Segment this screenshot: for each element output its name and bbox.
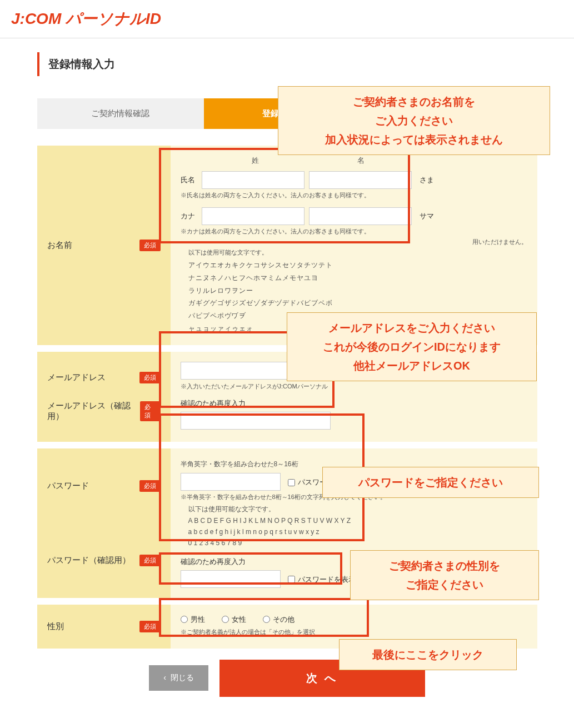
page-title: 登録情報入力 [37,52,537,76]
input-mei[interactable] [309,171,412,189]
pw-chars-2: a b c d e f g h i j k l m n o p q r s t … [188,526,527,537]
note-email: ※入力いただいたメールアドレスがJ:COMパーソナル [181,383,328,390]
callout-next: 最後にここをクリック [339,639,517,670]
col-header-mei: 名 [308,156,414,166]
radio-other-input[interactable] [263,616,270,623]
required-badge: 必須 [139,240,161,251]
show-password-confirm-label: パスワードを表示 [298,575,356,585]
header-title: J:COM パーソナルID [11,8,563,29]
radio-male-input[interactable] [181,616,188,623]
label-email-confirm: メールアドレス（確認用） [47,401,141,422]
input-password[interactable] [181,473,281,491]
header: J:COM パーソナルID [0,0,574,38]
allowed-chars-label: 以下は使用可能な文字です。 [188,248,527,257]
required-badge: 必須 [139,555,161,566]
callout-password: パスワードをご指定ください [322,467,539,498]
input-kana-mei[interactable] [309,207,412,225]
label-password: パスワード [47,481,89,491]
col-header-sei: 姓 [203,156,308,166]
callout-name: ご契約者さまのお名前を ご入力ください 加入状況によっては表示されません [278,86,550,155]
note-gender: ※ご契約者名義が法人の場合は「その他」を選択 [181,628,527,636]
suffix-sama-kana: サマ [420,211,434,221]
required-badge: 必須 [139,480,161,492]
show-password-checkbox[interactable] [288,479,295,486]
trail-text: 用いただけません。 [181,238,527,246]
radio-female-input[interactable] [222,616,229,623]
show-password-confirm-toggle[interactable]: パスワードを表示 [288,575,356,585]
pw-allowed-label: 以下は使用可能な文字です。 [188,503,527,515]
radio-male[interactable]: 男性 [181,615,205,625]
prefix-shimei: 氏名 [181,175,197,185]
chars-line-1: アイウエオカキクケコサシスセソタチツテト [188,259,527,272]
callout-email: メールアドレスをご入力ください これが今後のログインIDになります 他社メールア… [287,312,537,381]
note-name: ※氏名は姓名の両方をご入力ください。法人のお客さまも同様です。 [181,191,527,200]
prefix-kana: カナ [181,211,197,221]
required-badge: 必須 [139,372,161,383]
input-kana-sei[interactable] [202,207,305,225]
label-gender: 性別 [47,621,64,632]
close-button[interactable]: ‹ 閉じる [149,665,208,691]
callout-gender: ご契約者さまの性別を ご指定ください [350,550,539,600]
label-name: お名前 [47,240,72,251]
chars-line-3: ラリルレロワヲンー [188,285,527,297]
input-sei[interactable] [202,171,305,189]
radio-female[interactable]: 女性 [222,615,246,625]
chars-line-4: ガギグゲゴザジズゼゾダヂヅデドバビブベボ [188,297,527,310]
pw-chars-1: A B C D E F G H I J K L M N O P Q R S T … [188,515,527,526]
label-password-confirm: パスワード（確認用） [47,555,131,566]
radio-other[interactable]: その他 [263,615,295,625]
suffix-sama: さま [420,175,434,185]
input-email-confirm[interactable] [181,412,331,430]
tab-confirm[interactable]: ご契約情報確認 [37,98,204,129]
required-badge: 必須 [140,401,160,421]
show-password-confirm-checkbox[interactable] [288,576,295,583]
chars-line-2: ナニヌネノハヒフヘホマミムメモヤユヨ [188,272,527,285]
pw-chars-3: 0 1 2 3 4 5 6 7 8 9 [188,537,527,549]
note-kana: ※カナは姓名の両方をご入力ください。法人のお客さまも同様です。 [181,227,527,236]
label-email: メールアドレス [47,372,106,383]
input-password-confirm[interactable] [181,570,281,588]
email-confirm-head: 確認のため再度入力 [181,398,527,408]
required-badge: 必須 [139,621,161,632]
